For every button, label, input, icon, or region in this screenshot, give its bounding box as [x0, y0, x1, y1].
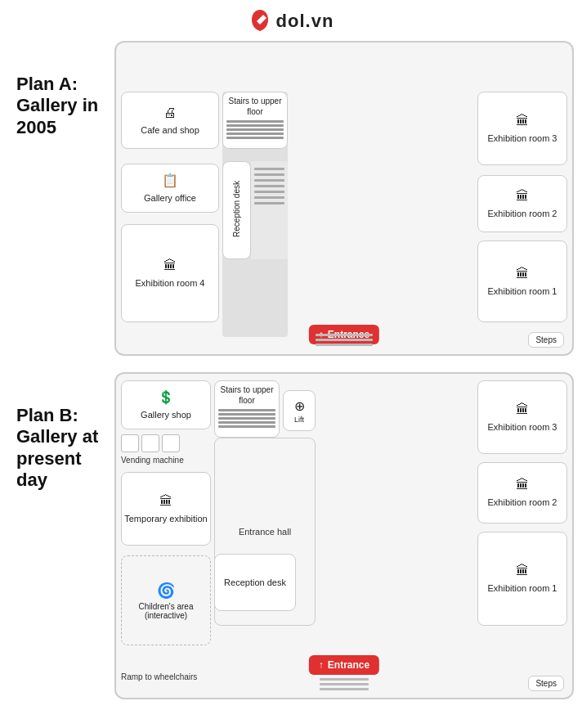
plan-a-exhibition2: 🏛 Exhibition room 2 — [477, 175, 567, 232]
plan-b-title: Plan B: Gallery at present day — [16, 405, 114, 492]
logo-area: dol.vn — [248, 8, 334, 34]
plans-container: Plan A: Gallery in 2005 Stairs to upper … — [0, 41, 582, 699]
exhibition2-icon: 🏛 — [516, 188, 529, 205]
plan-b-vending-machines — [121, 434, 180, 452]
plan-a-label: Plan A: Gallery in 2005 — [8, 41, 114, 138]
plan-b-steps: Steps — [528, 676, 564, 691]
plan-a-row: Plan A: Gallery in 2005 Stairs to upper … — [8, 41, 574, 356]
plan-a-reception-label: Reception desk — [232, 181, 241, 237]
plan-a-step-lines — [316, 331, 373, 348]
vending-machine-3 — [162, 434, 180, 452]
exhibition3-icon: 🏛 — [516, 113, 529, 130]
plan-a-stairs-box: Stairs to upper floor — [222, 92, 288, 149]
plan-b-step-lines — [320, 676, 369, 691]
vending-machine-1 — [121, 434, 139, 452]
shop-icon: 💲 — [158, 389, 174, 407]
plan-b-vending-label: Vending machine — [121, 456, 184, 465]
plan-b-ramp: Ramp to wheelchairs — [121, 672, 197, 681]
plan-a-floorplan: Stairs to upper floor Reception desk — [114, 41, 574, 356]
plan-b-childrens-area: 🌀 Children's area (interactive) — [121, 555, 211, 645]
plan-a-steps: Steps — [528, 332, 564, 348]
plan-b-reception: Reception desk — [214, 554, 296, 611]
plan-a-office: 📋 Gallery office — [121, 164, 219, 213]
office-icon: 📋 — [162, 173, 178, 190]
plan-a-reception: Reception desk — [222, 161, 251, 259]
plan-b-exhibition1: 🏛 Exhibition room 1 — [477, 532, 567, 626]
plan-b-exhibition1-icon: 🏛 — [516, 563, 529, 580]
plan-a-exhibition3: 🏛 Exhibition room 3 — [477, 92, 567, 165]
plan-a-title: Plan A: Gallery in 2005 — [16, 74, 114, 138]
plan-b-exhibition3: 🏛 Exhibition room 3 — [477, 380, 567, 454]
lift-label: Lift — [294, 416, 304, 424]
plan-b-exhibition3-icon: 🏛 — [516, 402, 529, 419]
plan-b-row: Plan B: Gallery at present day Stairs to… — [8, 372, 574, 699]
plan-a-stairs-label: Stairs to upper floor — [223, 92, 287, 119]
lift-icon: ⊕ — [294, 398, 305, 414]
plan-a-cafe: 🖨 Cafe and shop — [121, 92, 219, 149]
plan-b-stairs-label: Stairs to upper floor — [215, 381, 279, 407]
childrens-icon: 🌀 — [157, 582, 175, 600]
plan-b-lift: ⊕ Lift — [283, 390, 316, 431]
plan-b-entrance[interactable]: ↑ Entrance — [309, 655, 379, 675]
plan-a-exhibition4: 🏛 Exhibition room 4 — [121, 224, 219, 322]
exhibition1-icon: 🏛 — [516, 266, 529, 283]
vending-machine-2 — [141, 434, 159, 452]
plan-b-label: Plan B: Gallery at present day — [8, 372, 114, 492]
temporary-icon: 🏛 — [159, 493, 172, 510]
plan-b-floorplan: Stairs to upper floor ⊕ Lift — [114, 372, 574, 699]
logo-text: dol.vn — [276, 11, 334, 32]
plan-b-exhibition2: 🏛 Exhibition room 2 — [477, 462, 567, 524]
plan-b-gallery-shop: 💲 Gallery shop — [121, 380, 211, 429]
plan-b-stairs-box: Stairs to upper floor — [214, 380, 280, 438]
cafe-icon: 🖨 — [163, 105, 177, 122]
plan-a-stairs-lines — [223, 119, 287, 141]
plan-b-exhibition2-icon: 🏛 — [516, 477, 529, 494]
plan-b-temporary: 🏛 Temporary exhibition — [121, 472, 211, 546]
plan-b-entrance-arrow: ↑ — [319, 659, 324, 671]
plan-b-stairs-lines — [215, 407, 279, 429]
logo-icon — [248, 8, 271, 34]
plan-b-entrance-label: Entrance — [328, 659, 369, 671]
plan-a-reception-lines — [251, 161, 288, 259]
childrens-area-label: Children's area (interactive) — [122, 602, 210, 620]
exhibition4-icon: 🏛 — [163, 258, 177, 275]
plan-a-exhibition1: 🏛 Exhibition room 1 — [477, 240, 567, 322]
